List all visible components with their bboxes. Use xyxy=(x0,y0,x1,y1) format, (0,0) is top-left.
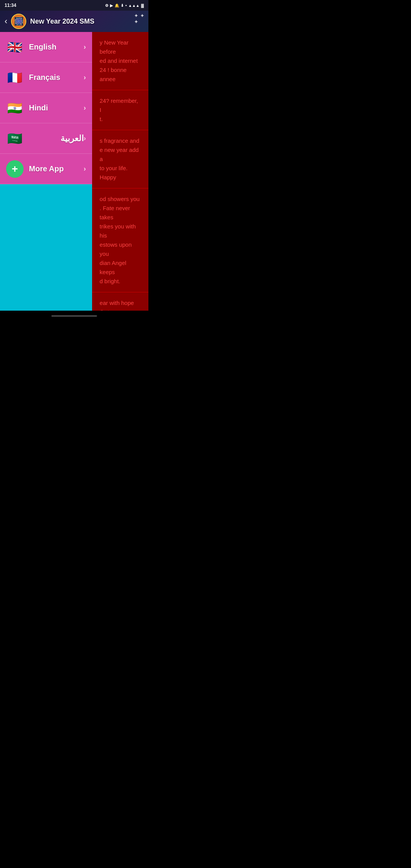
content-text-1: y New Year beforeed and internet24 ! bon… xyxy=(96,35,145,87)
download-icon: ⬇ xyxy=(121,3,124,8)
content-block-4: od showers you. Fate never takestrikes y… xyxy=(92,188,148,292)
back-button[interactable]: ‹ xyxy=(5,16,7,26)
hindi-label: Hindi xyxy=(29,104,84,112)
status-time: 11:34 xyxy=(5,3,16,8)
content-block-3: s fragrance ande new year add ato your l… xyxy=(92,130,148,188)
francais-flag-icon: 🇫🇷 xyxy=(6,69,24,86)
menu-item-francais[interactable]: 🇫🇷 Français › xyxy=(0,62,92,93)
menu-bottom-area xyxy=(0,184,92,321)
english-flag-icon: 🇬🇧 xyxy=(6,38,24,56)
content-text-4: od showers you. Fate never takestrikes y… xyxy=(96,191,145,289)
settings-icon: ⚙ xyxy=(105,3,108,8)
more-app-plus-icon: + xyxy=(6,160,24,178)
signal-icon: ▲▲▲ xyxy=(128,3,140,8)
english-label: English xyxy=(29,43,84,51)
menu-panel: 🇬🇧 English › 🇫🇷 Français › 🇮🇳 Hindi › 🇸🇦… xyxy=(0,32,92,321)
hindi-flag-icon: 🇮🇳 xyxy=(6,99,24,117)
menu-item-hindi[interactable]: 🇮🇳 Hindi › xyxy=(0,93,92,123)
menu-item-more-app[interactable]: + More App › xyxy=(0,154,92,184)
notification-icon: 🔔 xyxy=(115,3,119,8)
nav-bar xyxy=(0,311,148,321)
app-title: New Year 2024 SMS xyxy=(30,18,94,26)
content-block-2: 24? remember, It. xyxy=(92,90,148,130)
hindi-chevron-icon: › xyxy=(84,104,86,112)
status-icons: ⚙ ▶ 🔔 ⬇ • ▲▲▲ ▓ xyxy=(105,3,144,8)
dot-icon: • xyxy=(125,3,127,8)
app-logo xyxy=(11,14,26,29)
arabic-label: العربية xyxy=(29,134,84,144)
app-header: ‹ New Year 2024 SMS ✦ ✦✦ xyxy=(0,11,148,32)
nav-indicator xyxy=(51,315,97,317)
arabic-chevron-icon: › xyxy=(84,134,86,142)
content-text-2: 24? remember, It. xyxy=(96,93,145,127)
stars-decoration: ✦ ✦✦ xyxy=(134,13,145,25)
more-app-label: More App xyxy=(29,164,84,173)
francais-chevron-icon: › xyxy=(84,73,86,81)
content-panel: y New Year beforeed and internet24 ! bon… xyxy=(92,32,148,321)
english-chevron-icon: › xyxy=(84,43,86,51)
francais-label: Français xyxy=(29,73,84,82)
content-text-3: s fragrance ande new year add ato your l… xyxy=(96,133,145,185)
main-container: 🇬🇧 English › 🇫🇷 Français › 🇮🇳 Hindi › 🇸🇦… xyxy=(0,32,148,321)
menu-item-english[interactable]: 🇬🇧 English › xyxy=(0,32,92,62)
battery-icon: ▓ xyxy=(141,3,144,8)
status-bar: 11:34 ⚙ ▶ 🔔 ⬇ • ▲▲▲ ▓ xyxy=(0,0,148,11)
menu-item-arabic[interactable]: 🇸🇦 العربية › xyxy=(0,123,92,154)
play-icon: ▶ xyxy=(110,3,113,8)
arabic-flag-icon: 🇸🇦 xyxy=(6,130,24,147)
more-app-chevron-icon: › xyxy=(84,165,86,173)
content-block-1: y New Year beforeed and internet24 ! bon… xyxy=(92,32,148,90)
plus-symbol: + xyxy=(12,163,18,175)
